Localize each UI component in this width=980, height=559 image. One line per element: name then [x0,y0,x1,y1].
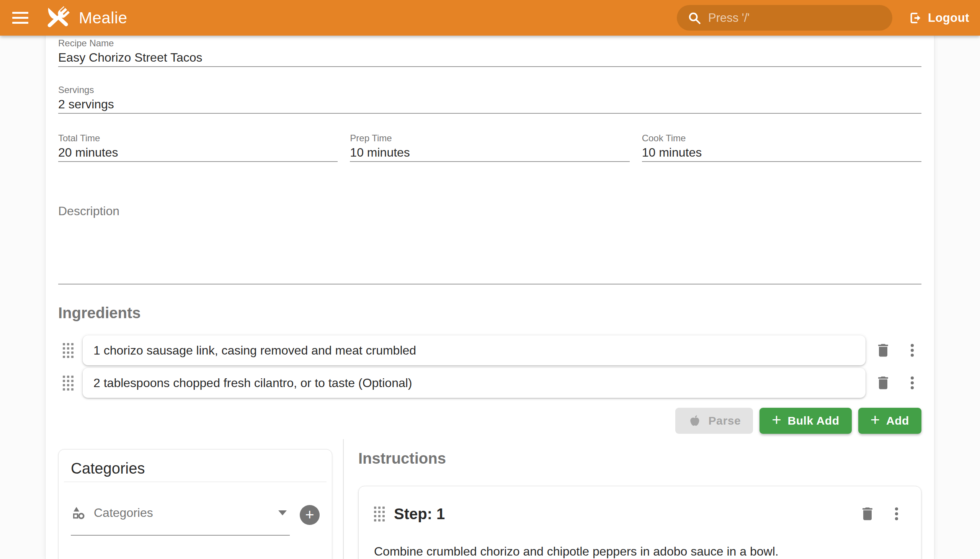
ingredient-input[interactable]: 2 tablespoons chopped fresh cilantro, or… [83,368,866,398]
bottom-columns: Categories Categories [58,441,921,552]
app-bar: Mealie Press '/' Logout [0,0,980,36]
categories-select[interactable]: Categories [71,505,290,536]
kebab-menu-icon [904,342,921,359]
servings-value[interactable]: 2 servings [58,95,921,114]
plus-icon: + [305,507,314,522]
categories-card-title: Categories [71,460,320,477]
categories-column: Categories Categories [58,441,343,559]
search-icon [687,10,702,26]
trash-icon [875,374,892,391]
cook-time-field[interactable]: Cook Time 10 minutes [642,133,921,162]
hamburger-menu-icon[interactable] [12,9,30,27]
prep-time-label: Prep Time [350,133,630,144]
logout-label: Logout [928,11,969,25]
step-title: Step: 1 [394,505,445,523]
search-input[interactable]: Press '/' [677,5,892,31]
trash-icon [859,505,876,522]
ingredient-actions-row: Parse + Bulk Add + Add [58,408,921,434]
delete-ingredient-button[interactable] [874,374,892,392]
servings-field[interactable]: Servings 2 servings [58,84,921,114]
delete-ingredient-button[interactable] [874,341,892,359]
add-label: Add [886,414,909,427]
prep-time-value[interactable]: 10 minutes [350,144,630,162]
kebab-menu-icon [904,374,921,391]
instructions-heading: Instructions [358,448,921,468]
step-text[interactable]: Combine crumbled chorizo and chipotle pe… [374,543,906,559]
add-category-button[interactable]: + [300,505,320,525]
categories-card: Categories Categories [58,449,332,559]
bulk-add-button[interactable]: + Bulk Add [760,408,852,434]
description-textarea[interactable] [58,219,921,284]
cook-time-value[interactable]: 10 minutes [642,144,921,162]
ingredient-text: 1 chorizo sausage link, casing removed a… [93,344,416,357]
shapes-icon [71,505,86,520]
recipe-name-value[interactable]: Easy Chorizo Street Tacos [58,49,921,67]
description-label: Description [58,203,921,219]
recipe-editor-card: Recipe Name Easy Chorizo Street Tacos Se… [45,36,934,559]
drag-handle-icon[interactable] [63,375,73,390]
times-row: Total Time 20 minutes Prep Time 10 minut… [58,133,921,162]
step-header: Step: 1 [374,504,906,523]
recipe-name-field[interactable]: Recipe Name Easy Chorizo Street Tacos [58,38,921,67]
chevron-down-icon [278,510,287,515]
bulk-add-label: Bulk Add [787,414,839,427]
search-placeholder: Press '/' [708,11,750,25]
mealie-logo-icon [41,1,74,35]
prep-time-field[interactable]: Prep Time 10 minutes [350,133,630,162]
trash-icon [875,342,892,359]
cook-time-label: Cook Time [642,133,921,144]
apple-icon [687,413,702,428]
instruction-step-card: Step: 1 Combine crumbled chorizo and chi… [358,486,921,559]
categories-card-divider [64,482,327,482]
parse-label: Parse [708,414,741,427]
column-divider [343,439,344,559]
ingredient-input[interactable]: 1 chorizo sausage link, casing removed a… [83,336,866,365]
add-ingredient-button[interactable]: + Add [858,408,921,434]
ingredient-more-menu-button[interactable] [903,341,921,359]
delete-step-button[interactable] [858,504,877,523]
categories-select-label: Categories [94,506,153,520]
parse-button[interactable]: Parse [675,408,753,434]
plus-icon: + [772,412,781,428]
ingredient-text: 2 tablespoons chopped fresh cilantro, or… [93,376,412,390]
total-time-value[interactable]: 20 minutes [58,144,338,162]
step-more-menu-button[interactable] [887,504,906,523]
drag-handle-icon[interactable] [374,506,385,521]
ingredients-heading: Ingredients [58,303,921,323]
ingredient-row: 2 tablespoons chopped fresh cilantro, or… [58,368,921,398]
total-time-field[interactable]: Total Time 20 minutes [58,133,338,162]
kebab-menu-icon [888,505,905,522]
total-time-label: Total Time [58,133,338,144]
drag-handle-icon[interactable] [63,343,73,358]
logout-icon [908,11,922,25]
ingredient-more-menu-button[interactable] [903,374,921,392]
app-title: Mealie [79,9,127,27]
instructions-column: Instructions Step: 1 Combine crumbled ch [343,441,921,559]
plus-icon: + [871,412,880,428]
servings-label: Servings [58,84,921,95]
ingredient-row: 1 chorizo sausage link, casing removed a… [58,336,921,365]
logout-button[interactable]: Logout [904,4,973,32]
description-field[interactable]: Description [58,203,921,284]
categories-select-row: Categories + [71,505,320,536]
recipe-name-label: Recipe Name [58,38,921,49]
